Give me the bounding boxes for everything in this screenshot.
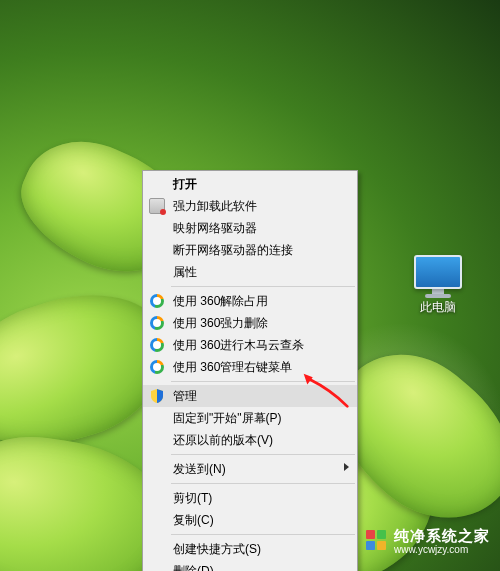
menu-item-label: 映射网络驱动器 (173, 220, 339, 237)
360-icon (147, 315, 167, 331)
menu-item[interactable]: 还原以前的版本(V) (143, 429, 357, 451)
menu-item-label: 创建快捷方式(S) (173, 541, 339, 558)
menu-item[interactable]: 映射网络驱动器 (143, 217, 357, 239)
menu-item[interactable]: 删除(D) (143, 560, 357, 571)
menu-separator (171, 483, 355, 484)
menu-item-label: 使用 360解除占用 (173, 293, 339, 310)
menu-item-label: 删除(D) (173, 563, 339, 572)
menu-separator (171, 454, 355, 455)
shield-icon (147, 388, 167, 404)
computer-icon (414, 255, 462, 295)
menu-item-label: 剪切(T) (173, 490, 339, 507)
watermark-title: 纯净系统之家 (394, 528, 490, 545)
desktop-icon-label: 此电脑 (406, 299, 470, 316)
360-icon (147, 359, 167, 375)
menu-item-label: 复制(C) (173, 512, 339, 529)
blank-icon (147, 541, 167, 557)
blank-icon (147, 242, 167, 258)
menu-item[interactable]: 管理 (143, 385, 357, 407)
blank-icon (147, 176, 167, 192)
menu-separator (171, 381, 355, 382)
blank-icon (147, 264, 167, 280)
menu-item-label: 使用 360强力删除 (173, 315, 339, 332)
desktop-icon-this-pc[interactable]: 此电脑 (406, 255, 470, 316)
menu-item[interactable]: 发送到(N) (143, 458, 357, 480)
menu-item[interactable]: 断开网络驱动器的连接 (143, 239, 357, 261)
uninstall-icon (147, 198, 167, 214)
menu-item-label: 强力卸载此软件 (173, 198, 339, 215)
menu-item-label: 属性 (173, 264, 339, 281)
menu-item[interactable]: 剪切(T) (143, 487, 357, 509)
menu-separator (171, 286, 355, 287)
360-icon (147, 293, 167, 309)
watermark-logo-icon (366, 530, 388, 552)
context-menu: 打开强力卸载此软件映射网络驱动器断开网络驱动器的连接属性使用 360解除占用使用… (142, 170, 358, 571)
desktop: 此电脑 打开强力卸载此软件映射网络驱动器断开网络驱动器的连接属性使用 360解除… (0, 0, 500, 571)
menu-item-label: 发送到(N) (173, 461, 339, 478)
blank-icon (147, 490, 167, 506)
360-icon (147, 337, 167, 353)
watermark-url: www.ycwjzy.com (394, 544, 490, 555)
menu-item[interactable]: 固定到"开始"屏幕(P) (143, 407, 357, 429)
menu-item[interactable]: 使用 360管理右键菜单 (143, 356, 357, 378)
menu-item-label: 管理 (173, 388, 339, 405)
blank-icon (147, 220, 167, 236)
menu-item[interactable]: 属性 (143, 261, 357, 283)
menu-item[interactable]: 使用 360解除占用 (143, 290, 357, 312)
menu-item-label: 使用 360进行木马云查杀 (173, 337, 339, 354)
chevron-right-icon (344, 463, 349, 471)
blank-icon (147, 432, 167, 448)
blank-icon (147, 410, 167, 426)
menu-item[interactable]: 使用 360强力删除 (143, 312, 357, 334)
menu-item[interactable]: 复制(C) (143, 509, 357, 531)
menu-item-label: 还原以前的版本(V) (173, 432, 339, 449)
blank-icon (147, 461, 167, 477)
menu-item-label: 使用 360管理右键菜单 (173, 359, 339, 376)
menu-item[interactable]: 创建快捷方式(S) (143, 538, 357, 560)
menu-item-label: 固定到"开始"屏幕(P) (173, 410, 339, 427)
blank-icon (147, 563, 167, 571)
menu-item[interactable]: 打开 (143, 173, 357, 195)
menu-separator (171, 534, 355, 535)
menu-item-label: 打开 (173, 176, 339, 193)
menu-item[interactable]: 使用 360进行木马云查杀 (143, 334, 357, 356)
menu-item-label: 断开网络驱动器的连接 (173, 242, 339, 259)
watermark: 纯净系统之家 www.ycwjzy.com (358, 524, 500, 560)
blank-icon (147, 512, 167, 528)
menu-item[interactable]: 强力卸载此软件 (143, 195, 357, 217)
